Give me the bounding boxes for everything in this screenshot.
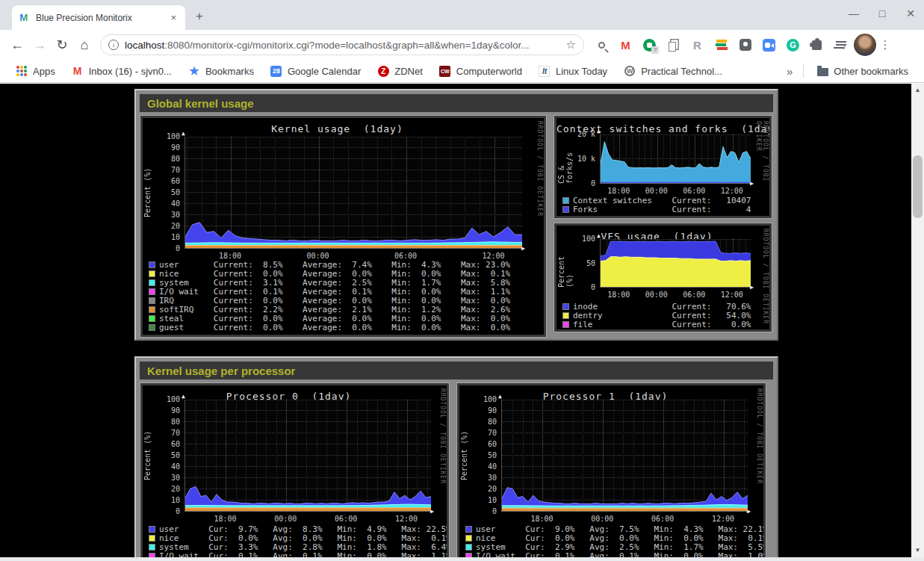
back-button[interactable]: ← bbox=[6, 34, 28, 56]
browser-toolbar: ← → ↻ ⌂ i localhost:8080/monitorix-cgi/m… bbox=[0, 30, 924, 60]
bookmark-item-inbox-16-sjvn0[interactable]: MInbox (16) - sjvn0... bbox=[72, 65, 172, 77]
graph-context-switches[interactable]: Context switches and forks (1day) CS & f… bbox=[554, 115, 772, 219]
y-tick-label: 40 bbox=[150, 462, 180, 471]
y-axis-arrow-icon: ▲ bbox=[182, 130, 185, 137]
wp-favicon-icon: W bbox=[624, 65, 636, 77]
legend-row-forks: Forks Current: 4 bbox=[562, 205, 768, 214]
camera-icon[interactable] bbox=[759, 35, 779, 55]
puzzle-icon[interactable] bbox=[807, 35, 827, 55]
section-title: Global kernel usage bbox=[140, 94, 773, 112]
close-window-button[interactable]: ✕ bbox=[905, 7, 917, 19]
browser-tab[interactable]: M Blue Precision Monitorix × bbox=[12, 5, 185, 30]
x-tick-label: 18:00 bbox=[210, 515, 240, 523]
scrollbar[interactable]: ▲ ▼ bbox=[911, 84, 924, 557]
y-tick-label: 100 bbox=[467, 395, 497, 403]
y-tick-label: 70 bbox=[150, 429, 180, 437]
url-text: localhost:8080/monitorix-cgi/monitorix.c… bbox=[125, 40, 562, 51]
bookmark-star-icon[interactable]: ☆ bbox=[566, 38, 576, 52]
phone-icon[interactable] bbox=[639, 35, 660, 55]
y-tick-label: 0 bbox=[565, 179, 595, 187]
books-icon[interactable] bbox=[711, 35, 731, 55]
x-tick-label: 06:00 bbox=[391, 252, 421, 260]
url-path: :8080/monitorix-cgi/monitorix.cgi?mode=l… bbox=[164, 40, 529, 51]
y-tick-label: 10 bbox=[150, 496, 180, 504]
grammarly-icon[interactable]: G bbox=[783, 35, 803, 55]
legend-row-file: file Current: 0.0% bbox=[562, 320, 768, 329]
y-tick-label: 90 bbox=[150, 406, 180, 415]
x-tick-label: 00:00 bbox=[303, 252, 333, 260]
forward-button[interactable]: → bbox=[28, 34, 51, 56]
y-tick-label: 10 bbox=[150, 233, 180, 241]
reload-button[interactable]: ↻ bbox=[51, 34, 73, 56]
graph-legend: user Current: 8.5% Average: 7.4% Min: 4.… bbox=[149, 260, 542, 332]
browser-menu-icon[interactable]: ⋮ bbox=[876, 38, 894, 52]
x-tick-label: 12:00 bbox=[717, 187, 747, 195]
x-tick-label: 00:00 bbox=[587, 515, 617, 523]
y-tick-label: 70 bbox=[150, 166, 180, 174]
r-icon[interactable]: R bbox=[687, 35, 707, 55]
legend-color-swatch bbox=[149, 297, 155, 304]
y-tick-label: 30 bbox=[467, 474, 497, 482]
scroll-up-icon[interactable]: ▲ bbox=[911, 85, 924, 96]
y-axis-arrow-icon: ▲ bbox=[498, 393, 502, 400]
x-tick-label: 12:00 bbox=[717, 291, 747, 299]
bookmark-item-linux-today[interactable]: ltLinux Today bbox=[539, 65, 607, 77]
bookmarks-overflow-chevron[interactable]: » bbox=[787, 65, 793, 78]
bookmark-label: ZDNet bbox=[394, 66, 423, 77]
graph-vfs-usage[interactable]: VFS usage (1day) Percent (%) RRDTOOL / T… bbox=[554, 223, 772, 332]
lamp-icon[interactable] bbox=[735, 35, 755, 55]
scrollbar-thumb[interactable] bbox=[913, 155, 923, 218]
x-tick-label: 12:00 bbox=[708, 515, 738, 523]
address-bar[interactable]: i localhost:8080/monitorix-cgi/monitorix… bbox=[100, 34, 584, 55]
y-tick-label: 20 k bbox=[565, 130, 595, 138]
legend-row-nice: nice Current: 0.0% Average: 0.0% Min: 0.… bbox=[149, 269, 542, 278]
maximize-button[interactable]: □ bbox=[876, 7, 888, 19]
home-button[interactable]: ⌂ bbox=[73, 34, 96, 56]
x-tick-label: 18:00 bbox=[215, 252, 245, 260]
page-content: Global kernel usage Kernel usage (1day) … bbox=[0, 84, 924, 557]
bookmark-item-practical-technol[interactable]: WPractical Technol... bbox=[624, 65, 722, 77]
x-tick-label: 18:00 bbox=[604, 291, 633, 299]
profile-avatar[interactable] bbox=[854, 34, 876, 56]
section-title: Kernel usage per processor bbox=[140, 362, 773, 379]
plot-area bbox=[185, 400, 431, 512]
page-info-icon[interactable]: i bbox=[108, 40, 119, 50]
minimize-button[interactable]: — bbox=[848, 7, 860, 19]
bookmark-item-computerworld[interactable]: CWComputerworld bbox=[439, 65, 522, 77]
folder-icon bbox=[816, 65, 828, 77]
plot-area bbox=[185, 137, 522, 249]
bookmark-label: Bookmarks bbox=[205, 66, 254, 77]
graph-kernel-usage[interactable]: Kernel usage (1day) Percent (%) RRDTOOL … bbox=[140, 115, 547, 338]
scroll-down-icon[interactable]: ▼ bbox=[911, 545, 924, 556]
bookmark-item-google-calendar[interactable]: 28Google Calendar bbox=[270, 65, 361, 77]
graph-legend: user Cur: 9.7% Avg: 8.3% Min: 4.9% Max: … bbox=[149, 524, 445, 560]
legend-color-swatch bbox=[149, 288, 155, 295]
copy-pages-icon[interactable] bbox=[663, 35, 683, 55]
y-tick-label: 100 bbox=[150, 132, 180, 140]
other-bookmarks-button[interactable]: Other bookmarks bbox=[816, 65, 908, 77]
x-tick-label: 00:00 bbox=[642, 291, 672, 299]
graph-legend: Context switches Current: 10407Forks Cur… bbox=[562, 196, 768, 214]
bookmark-label: Inbox (16) - sjvn0... bbox=[89, 66, 172, 77]
legend-row-nice: nice Cur: 0.0% Avg: 0.0% Min: 0.0% Max: … bbox=[149, 533, 445, 542]
close-tab-icon[interactable]: × bbox=[167, 10, 179, 25]
new-tab-button[interactable]: + bbox=[196, 9, 203, 24]
search-icon[interactable] bbox=[592, 35, 612, 55]
bookmark-item-bookmarks[interactable]: ★Bookmarks bbox=[188, 65, 254, 77]
y-tick-label: 90 bbox=[467, 406, 497, 415]
y-tick-label: 60 bbox=[150, 440, 180, 448]
legend-color-swatch bbox=[562, 312, 569, 319]
y-tick-label: 10 bbox=[467, 496, 497, 504]
x-tick-label: 06:00 bbox=[648, 515, 678, 523]
y-tick-label: 0 bbox=[150, 507, 180, 515]
x-tick-label: 12:00 bbox=[391, 515, 421, 523]
bookmark-item-zdnet[interactable]: ZZDNet bbox=[377, 65, 423, 77]
gmail-icon[interactable]: M bbox=[616, 35, 636, 55]
playlist-icon[interactable] bbox=[831, 35, 851, 55]
legend-color-swatch bbox=[562, 303, 569, 310]
legend-row-user: user Cur: 9.7% Avg: 8.3% Min: 4.9% Max: … bbox=[149, 524, 445, 533]
graph-processor-1[interactable]: Processor 1 (1day) Percent (%) RRDTOOL /… bbox=[456, 382, 766, 561]
graph-title: Kernel usage (1day) bbox=[143, 123, 532, 134]
graph-processor-0[interactable]: Processor 0 (1day) Percent (%) RRDTOOL /… bbox=[140, 382, 450, 561]
bookmark-item-apps[interactable]: Apps bbox=[16, 65, 55, 77]
